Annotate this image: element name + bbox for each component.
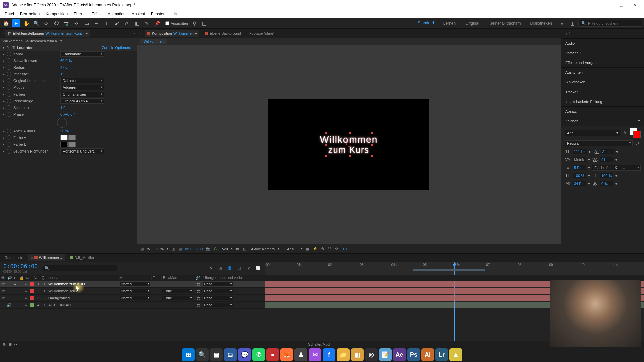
blend-mode-dropdown[interactable]: Normal — [120, 282, 150, 286]
snap-checkbox[interactable]: Ausrichten — [165, 21, 188, 25]
toggle-switches-icon[interactable]: ⚙ — [3, 342, 6, 347]
flowchart-icon[interactable]: 品 — [328, 246, 331, 251]
frame-blend-icon[interactable]: ◫ — [236, 265, 243, 272]
stopwatch-icon[interactable] — [7, 135, 11, 140]
prop-value[interactable]: 47,0 — [60, 65, 67, 69]
roto-tool[interactable]: ✎ — [143, 19, 151, 27]
taskbar-start-icon[interactable]: ⊞ — [182, 348, 195, 361]
workspace-standard[interactable]: Standard — [414, 19, 438, 27]
swap-colors-icon[interactable]: ⇄ — [635, 140, 641, 146]
stopwatch-icon[interactable] — [7, 105, 11, 110]
font-size[interactable]: 111 Px — [573, 149, 587, 154]
fx-mask-icon[interactable]: ◫ — [12, 45, 15, 50]
prop-dropdown[interactable]: Horizontal und vert. — [60, 148, 104, 154]
stopwatch-icon[interactable] — [7, 142, 11, 147]
menu-animation[interactable]: Animation — [105, 11, 128, 17]
maximize-button[interactable]: ▢ — [614, 0, 628, 10]
visibility-toggle[interactable]: 👁 — [0, 289, 6, 293]
workspace-panel-icon[interactable]: ◫ — [568, 19, 576, 27]
vscale[interactable]: 100 % — [573, 173, 586, 178]
taskbar-teams-icon[interactable]: 💬 — [238, 348, 251, 361]
expand-icon[interactable]: ▸ — [3, 85, 7, 90]
visibility-toggle[interactable]: 👁 — [0, 282, 6, 286]
panel-inhaltsbasierte-füllung[interactable]: Inhaltsbasierte Füllung — [561, 97, 644, 106]
taskbar-explorer-icon[interactable]: 🗂 — [224, 348, 237, 361]
panel-effekte-und-vorgaben[interactable]: Effekte und Vorgaben — [561, 58, 644, 67]
taskbar-messenger-icon[interactable]: ✉ — [309, 348, 321, 361]
expand-icon[interactable]: ▸ — [3, 99, 7, 103]
graph-editor-icon[interactable]: 📈 — [255, 265, 261, 272]
workspace-kleiner bildschirm[interactable]: Kleiner Bildschirm — [485, 20, 525, 27]
selection-tool[interactable]: ➤ — [12, 19, 20, 27]
motion-blur-icon[interactable]: ⊘ — [245, 265, 252, 272]
taskbar-app2-icon[interactable]: ♟ — [294, 348, 307, 361]
char-panel-header[interactable]: Zeichen≡ — [561, 116, 644, 126]
stopwatch-icon[interactable] — [7, 149, 11, 154]
stroke-mode-dropdown[interactable]: Fläche über Kon… — [592, 165, 641, 171]
stopwatch-icon[interactable] — [7, 92, 11, 97]
channel-icon[interactable]: ⬡ — [214, 247, 217, 251]
solo-toggle[interactable]: ● — [12, 282, 18, 286]
fast-preview-icon[interactable]: ⚡ — [313, 247, 317, 251]
text-tool[interactable]: T — [103, 19, 111, 27]
timecode-display[interactable]: 0:00:06:00 — [3, 263, 38, 270]
panel-tracker[interactable]: Tracker — [561, 87, 644, 97]
panel-info[interactable]: Info — [561, 29, 644, 38]
trkmat-dropdown[interactable]: Ohne — [162, 296, 193, 300]
taskbar-app4-icon[interactable]: ▲ — [449, 348, 462, 361]
camera-tool[interactable]: 📷 — [62, 19, 70, 27]
color-swatch[interactable] — [630, 128, 641, 138]
leading[interactable]: Auto — [601, 149, 614, 154]
taskbar-search-icon[interactable]: 🔍 — [196, 348, 209, 361]
blend-mode-dropdown[interactable]: Normal — [120, 296, 150, 300]
layer-color[interactable] — [30, 289, 34, 293]
rotate-tool[interactable]: 🗘 — [52, 19, 60, 27]
taskbar-files-icon[interactable]: 📁 — [337, 348, 350, 361]
text-layer[interactable]: Willkommen zum Kurs — [320, 134, 378, 155]
prop-value[interactable]: 1,6 — [60, 72, 65, 76]
mask-tool[interactable]: ◫ — [200, 19, 208, 27]
parent-dropdown[interactable]: Ohne — [203, 303, 233, 307]
menu-effekt[interactable]: Effekt — [89, 11, 104, 17]
prop-dropdown[interactable]: Farbkanäle — [60, 51, 104, 57]
orbit-tool[interactable]: ⟳ — [42, 19, 50, 27]
eyedropper-icon[interactable]: ✎ — [622, 130, 628, 136]
timeline-tab-dji_mexiko[interactable]: DJI_Mexiko — [67, 254, 96, 261]
color-swatches[interactable] — [60, 135, 76, 140]
prop-dropdown[interactable]: Originalfarben — [60, 92, 104, 97]
taskbar-notes-icon[interactable]: 📝 — [379, 348, 392, 361]
expand-icon[interactable]: ▸ — [3, 59, 7, 63]
expand-icon[interactable]: ▸ — [3, 149, 7, 154]
taskbar-app3-icon[interactable]: ◧ — [351, 348, 364, 361]
layer-color[interactable] — [30, 303, 34, 307]
menu-bearbeiten[interactable]: Bearbeiten — [17, 11, 42, 17]
menu-ansicht[interactable]: Ansicht — [129, 11, 148, 17]
prop-dropdown[interactable]: Dreieck A>B>A — [60, 98, 104, 104]
stopwatch-icon[interactable] — [7, 99, 11, 103]
expand-layer[interactable]: ▸ — [24, 289, 29, 293]
stamp-tool[interactable]: ⎙ — [123, 19, 131, 27]
timeline-search[interactable]: 🔍 — [42, 265, 119, 272]
workspace-bibliotheken[interactable]: Bibliotheken — [526, 20, 556, 27]
taskbar-ae-icon[interactable]: Ae — [393, 348, 406, 361]
menu-fenster[interactable]: Fenster — [148, 11, 167, 17]
panel-absatz[interactable]: Absatz — [561, 107, 644, 116]
resolution-icon[interactable]: ◫ — [172, 247, 175, 251]
layer-color[interactable] — [30, 296, 34, 300]
comp-tab[interactable]: Komposition Willkommen ≡ — [145, 30, 199, 37]
menu-ebene[interactable]: Ebene — [71, 11, 88, 17]
layer-row[interactable]: 👁▸2TWillkommen Teil 2NormalOhne@Ohne — [0, 288, 265, 295]
kerning[interactable]: Metrik — [573, 157, 586, 162]
layer-row[interactable]: 👁●▸1TWillkommen zum KursNormal@Ohne — [0, 281, 265, 288]
taskbar-ai-icon[interactable]: Ai — [421, 348, 434, 361]
footage-tab[interactable]: Footage (ohne) — [247, 30, 276, 37]
menu-komposition[interactable]: Komposition — [43, 11, 70, 17]
workspace-lernen[interactable]: Lernen — [439, 20, 460, 27]
help-search[interactable]: 🔍 Hilfe durchsuchen — [578, 20, 642, 27]
shy-icon[interactable]: 👤 — [226, 265, 233, 272]
anchor-point-icon[interactable] — [346, 142, 351, 147]
stroke-width[interactable]: 5 Px — [573, 165, 586, 170]
parent-dropdown[interactable]: Ohne — [203, 282, 233, 286]
font-style-dropdown[interactable]: Regular — [565, 140, 633, 146]
layer-name[interactable]: Willkommen Teil 2 — [47, 289, 120, 293]
